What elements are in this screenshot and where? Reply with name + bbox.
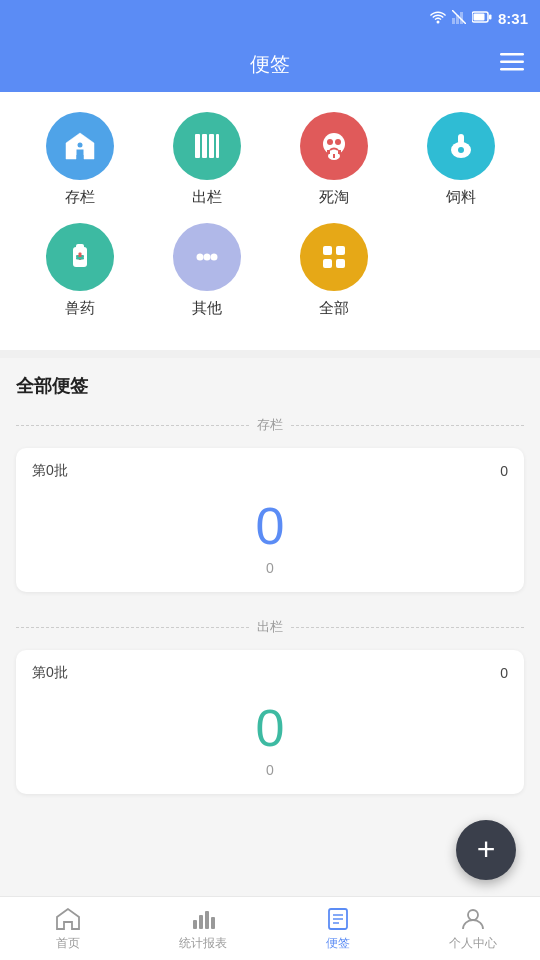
note-card-2-header: 第0批 0	[32, 664, 508, 682]
note-card-2-sub-number: 0	[32, 762, 508, 782]
svg-point-29	[203, 254, 210, 261]
section-divider	[0, 350, 540, 358]
fab-button[interactable]: +	[456, 820, 516, 880]
sep-line-right-1	[291, 425, 524, 426]
svg-rect-37	[205, 911, 209, 929]
svg-rect-13	[202, 134, 207, 158]
nav-stats[interactable]: 统计报表	[135, 897, 270, 960]
svg-rect-31	[323, 246, 332, 255]
svg-rect-38	[211, 917, 215, 929]
nav-home[interactable]: 首页	[0, 897, 135, 960]
menu-button[interactable]	[500, 53, 524, 76]
nav-home-label: 首页	[56, 935, 80, 952]
app-header: 便签	[0, 36, 540, 92]
storage-label: 存栏	[65, 188, 95, 207]
note-card-1-batch: 第0批	[32, 462, 68, 480]
svg-rect-27	[76, 257, 84, 260]
notes-header: 全部便签	[0, 358, 540, 406]
medicine-label: 兽药	[65, 299, 95, 318]
status-bar: 8:31	[0, 0, 540, 36]
profile-nav-icon	[460, 906, 486, 932]
separator-storage: 存栏	[0, 406, 540, 444]
category-dead[interactable]: 死淘	[279, 112, 389, 207]
medicine-icon-circle	[46, 223, 114, 291]
svg-point-43	[468, 910, 478, 920]
signal-icon	[452, 10, 466, 27]
svg-point-28	[196, 254, 203, 261]
svg-rect-10	[500, 68, 524, 71]
sep-line-left-1	[16, 425, 249, 426]
note-card-1-sub-number: 0	[32, 560, 508, 580]
wifi-icon	[430, 10, 446, 27]
note-card-1-count: 0	[500, 463, 508, 479]
header-title: 便签	[250, 51, 290, 78]
category-medicine[interactable]: 兽药	[25, 223, 135, 318]
svg-point-30	[210, 254, 217, 261]
main-content: 存栏 出栏	[0, 92, 540, 890]
note-card-2[interactable]: 第0批 0 0 0	[16, 650, 524, 794]
sep-label-storage: 存栏	[257, 416, 283, 434]
notes-title: 全部便签	[16, 376, 88, 396]
fab-plus-icon: +	[477, 833, 496, 865]
category-feed[interactable]: 饲料	[406, 112, 516, 207]
storage-icon-circle	[46, 112, 114, 180]
home-nav-icon	[55, 906, 81, 932]
exit-label: 出栏	[192, 188, 222, 207]
exit-icon-circle	[173, 112, 241, 180]
svg-rect-33	[323, 259, 332, 268]
svg-rect-35	[193, 920, 197, 929]
svg-rect-14	[209, 134, 214, 158]
category-row-2: 兽药 其他	[16, 223, 524, 318]
nav-notes[interactable]: 便签	[270, 897, 405, 960]
sep-line-left-2	[16, 627, 249, 628]
svg-point-16	[323, 133, 345, 155]
svg-rect-6	[473, 14, 484, 21]
svg-rect-9	[500, 60, 524, 63]
svg-rect-21	[458, 134, 464, 144]
note-card-1[interactable]: 第0批 0 0 0	[16, 448, 524, 592]
nav-stats-label: 统计报表	[179, 935, 227, 952]
category-exit[interactable]: 出栏	[152, 112, 262, 207]
sep-label-exit: 出栏	[257, 618, 283, 636]
svg-rect-34	[336, 259, 345, 268]
sep-line-right-2	[291, 627, 524, 628]
category-section: 存栏 出栏	[0, 92, 540, 350]
notes-section: 全部便签 存栏 第0批 0 0 0 出栏 第0批 0	[0, 358, 540, 794]
dead-icon-circle	[300, 112, 368, 180]
svg-rect-15	[216, 134, 219, 158]
svg-rect-36	[199, 915, 203, 929]
nav-profile[interactable]: 个人中心	[405, 897, 540, 960]
note-card-2-count: 0	[500, 665, 508, 681]
svg-rect-32	[336, 246, 345, 255]
note-card-1-big-number: 0	[32, 488, 508, 560]
svg-rect-8	[500, 53, 524, 56]
svg-rect-1	[452, 18, 455, 24]
bottom-nav: 首页 统计报表 便签 个人中心	[0, 896, 540, 960]
note-card-2-big-number: 0	[32, 690, 508, 762]
category-other[interactable]: 其他	[152, 223, 262, 318]
nav-notes-label: 便签	[326, 935, 350, 952]
category-all[interactable]: 全部	[279, 223, 389, 318]
stats-nav-icon	[190, 906, 216, 932]
svg-rect-7	[489, 15, 492, 20]
svg-point-18	[327, 139, 333, 145]
svg-point-19	[335, 139, 341, 145]
other-icon-circle	[173, 223, 241, 291]
other-label: 其他	[192, 299, 222, 318]
all-icon-circle	[300, 223, 368, 291]
battery-icon	[472, 10, 492, 26]
nav-profile-label: 个人中心	[449, 935, 497, 952]
category-storage[interactable]: 存栏	[25, 112, 135, 207]
note-card-2-batch: 第0批	[32, 664, 68, 682]
svg-point-0	[436, 20, 439, 23]
separator-exit: 出栏	[0, 608, 540, 646]
notes-nav-icon	[325, 906, 351, 932]
status-time: 8:31	[498, 10, 528, 27]
feed-icon-circle	[427, 112, 495, 180]
all-label: 全部	[319, 299, 349, 318]
svg-rect-12	[195, 134, 200, 158]
svg-point-22	[458, 147, 464, 153]
feed-label: 饲料	[446, 188, 476, 207]
svg-point-11	[77, 143, 82, 148]
note-card-1-header: 第0批 0	[32, 462, 508, 480]
